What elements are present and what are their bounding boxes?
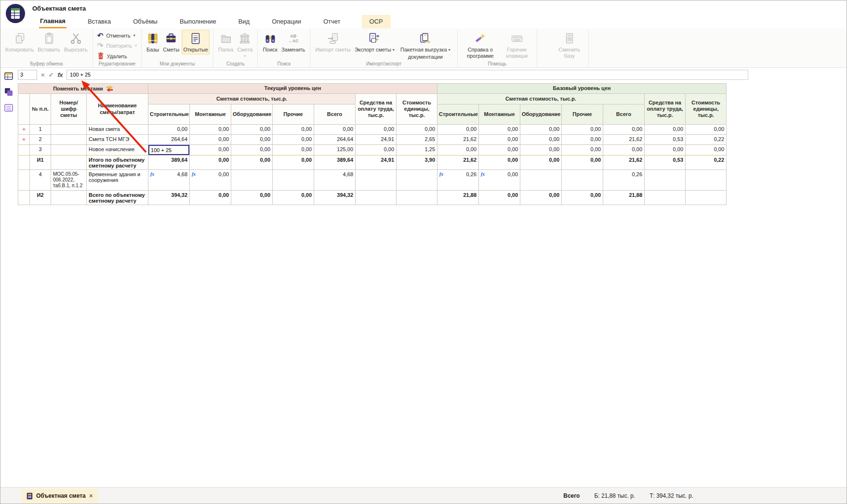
tab-glavnaya[interactable]: Главная	[39, 15, 66, 28]
value-cell[interactable]: 0,00	[479, 190, 520, 205]
estimate-code-cell[interactable]	[51, 155, 87, 170]
panel-estimate-icon[interactable]	[2, 86, 15, 98]
value-cell[interactable]: 0,00	[520, 145, 562, 155]
estimate-code-cell[interactable]: МОС.05.05-006.2022, таб.В.1, п.1.2	[51, 170, 87, 191]
row-number-cell[interactable]: 2	[30, 135, 51, 145]
value-cell[interactable]: 3,90	[397, 155, 437, 170]
estimate-name-cell[interactable]: Всего по объектному сметному расчету	[87, 190, 148, 205]
chevron-down-icon[interactable]: ▾	[133, 33, 135, 38]
value-cell[interactable]: 389,64	[148, 155, 190, 170]
value-cell[interactable]	[148, 145, 190, 155]
value-cell[interactable]	[356, 190, 397, 205]
tab-vypolnenie[interactable]: Выполнение	[179, 15, 217, 28]
value-cell[interactable]: 0,00	[479, 125, 520, 135]
estimate-code-cell[interactable]	[51, 145, 87, 155]
value-cell[interactable]	[686, 170, 727, 191]
cell-formula-input[interactable]	[148, 145, 189, 155]
value-cell[interactable]	[562, 170, 603, 191]
value-cell[interactable]: 0,00	[190, 190, 231, 205]
value-cell[interactable]: 0,00	[437, 125, 479, 135]
estimate-name-cell[interactable]: Итого по объектному сметному расчету	[87, 155, 148, 170]
tab-vid[interactable]: Вид	[238, 15, 251, 28]
estimate-code-cell[interactable]	[51, 125, 87, 135]
row-number-cell[interactable]: 3	[30, 145, 51, 155]
chevron-down-icon[interactable]: ▾	[393, 48, 395, 52]
swap-rows-header[interactable]: Поменять местами	[18, 84, 148, 94]
row-number-cell[interactable]: И1	[30, 155, 51, 170]
value-cell[interactable]: 0,00	[190, 125, 231, 135]
undo-button[interactable]: ↶ Отменить ▾	[96, 31, 138, 39]
value-cell[interactable]: 394,32	[314, 190, 356, 205]
tab-vstavka[interactable]: Вставка	[87, 15, 112, 28]
value-cell[interactable]: 0,00	[148, 125, 190, 135]
row-number-cell[interactable]: И2	[30, 190, 51, 205]
value-cell[interactable]: 0,22	[686, 135, 727, 145]
estimate-name-cell[interactable]: Временные здания и сооружения	[87, 170, 148, 191]
value-cell[interactable]: 0,26	[603, 170, 645, 191]
redo-button[interactable]: ↷ Повторить ▾	[96, 41, 138, 50]
value-cell[interactable]: 0,00	[231, 155, 273, 170]
cancel-icon[interactable]: ×	[41, 71, 45, 78]
change-base-button[interactable]: Сменить базу	[554, 30, 585, 61]
value-cell[interactable]: 0,00	[479, 135, 520, 145]
paste-button[interactable]: Вставить	[36, 30, 62, 54]
value-cell[interactable]: 21,88	[603, 190, 645, 205]
value-cell[interactable]	[520, 170, 562, 191]
value-cell[interactable]: fx0,00	[190, 170, 231, 191]
value-cell[interactable]: 24,91	[356, 155, 397, 170]
value-cell[interactable]	[397, 190, 437, 205]
value-cell[interactable]	[645, 190, 686, 205]
value-cell[interactable]: 0,00	[479, 155, 520, 170]
value-cell[interactable]: 0,00	[190, 135, 231, 145]
value-cell[interactable]: 125,00	[314, 145, 356, 155]
value-cell[interactable]: 0,00	[273, 145, 314, 155]
value-cell[interactable]: 21,62	[603, 135, 645, 145]
chevron-down-icon[interactable]: ▾	[449, 48, 450, 52]
batch-export-button[interactable]: Пакетная выгрузка▾ документации	[397, 30, 454, 62]
value-cell[interactable]: 24,91	[356, 135, 397, 145]
value-cell[interactable]	[273, 170, 314, 191]
value-cell[interactable]: 264,64	[148, 135, 190, 145]
create-folder-button[interactable]: Папка	[217, 30, 235, 54]
value-cell[interactable]: 0,22	[686, 155, 727, 170]
value-cell[interactable]: fx4,68	[148, 170, 190, 191]
cut-button[interactable]: Вырезать	[63, 30, 89, 54]
value-cell[interactable]: 21,62	[603, 155, 645, 170]
replace-button[interactable]: AB→AC Заменить	[280, 30, 306, 54]
value-cell[interactable]: fx0,26	[437, 170, 479, 191]
tab-osr[interactable]: ОСР	[362, 15, 391, 28]
value-cell[interactable]: 4,68	[314, 170, 356, 191]
tab-otchet[interactable]: Отчет	[322, 15, 342, 28]
cell-reference-input[interactable]	[18, 70, 37, 80]
value-cell[interactable]: 0,00	[520, 190, 562, 205]
fx-icon[interactable]: fx	[58, 71, 63, 78]
value-cell[interactable]: 0,00	[520, 155, 562, 170]
value-cell[interactable]: 0,00	[645, 145, 686, 155]
value-cell[interactable]: 2,65	[397, 135, 437, 145]
value-cell[interactable]: 0,00	[562, 145, 603, 155]
value-cell[interactable]: 0,00	[273, 155, 314, 170]
value-cell[interactable]: 0,00	[603, 125, 645, 135]
value-cell[interactable]: 389,64	[314, 155, 356, 170]
search-button[interactable]: Поиск	[261, 30, 278, 54]
value-cell[interactable]: 21,62	[437, 155, 479, 170]
value-cell[interactable]: 0,00	[273, 135, 314, 145]
value-cell[interactable]: 21,62	[437, 135, 479, 145]
value-cell[interactable]: 0,00	[520, 135, 562, 145]
hotkeys-button[interactable]: Горячие клавиши	[501, 30, 533, 61]
create-estimate-button[interactable]: Смета ▾	[236, 30, 254, 60]
value-cell[interactable]: 0,00	[190, 145, 231, 155]
value-cell[interactable]	[356, 170, 397, 191]
value-cell[interactable]: 394,32	[148, 190, 190, 205]
estimate-name-cell[interactable]: Новое начисление	[87, 145, 148, 155]
close-icon[interactable]: ×	[89, 492, 93, 499]
export-estimate-button[interactable]: Экспорт сметы▾	[353, 30, 396, 54]
value-cell[interactable]: 0,00	[231, 145, 273, 155]
open-documents-button[interactable]: Открытые	[182, 30, 210, 54]
value-cell[interactable]: 0,00	[645, 125, 686, 135]
formula-input[interactable]	[66, 70, 748, 80]
value-cell[interactable]: 0,00	[603, 145, 645, 155]
panel-bases-icon[interactable]	[2, 70, 15, 82]
value-cell[interactable]: 0,00	[562, 155, 603, 170]
value-cell[interactable]	[686, 190, 727, 205]
